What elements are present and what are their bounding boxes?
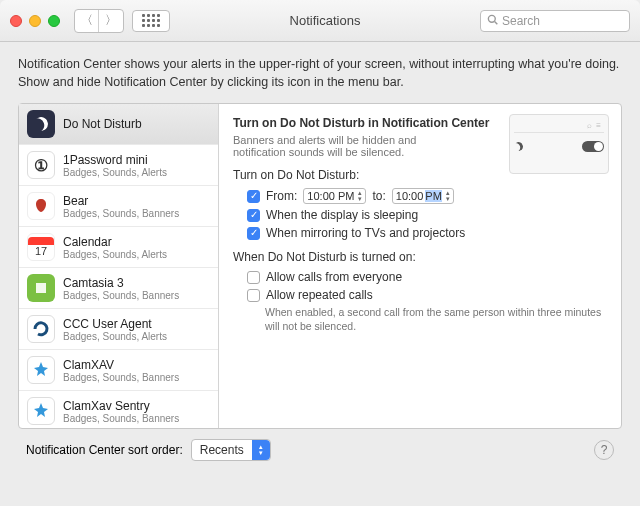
- option-hint: When enabled, a second call from the sam…: [265, 306, 607, 333]
- app-icon: ①: [27, 151, 55, 179]
- titlebar: 〈 〉 Notifications Search: [0, 0, 640, 42]
- sort-order-select[interactable]: Recents ▴▾: [191, 439, 271, 461]
- svg-rect-2: [36, 283, 46, 293]
- app-icon: [27, 192, 55, 220]
- sidebar-item-label: ClamXAV: [63, 358, 179, 372]
- window-title: Notifications: [178, 13, 472, 28]
- app-icon: 17: [27, 233, 55, 261]
- search-icon: ⌕: [587, 121, 592, 130]
- svg-line-1: [495, 21, 498, 24]
- stepper-icon[interactable]: ▴▾: [358, 190, 362, 202]
- search-icon: [487, 14, 498, 28]
- sidebar-item-sub: Badges, Sounds, Alerts: [63, 331, 167, 342]
- sidebar-item-label: CCC User Agent: [63, 317, 167, 331]
- sidebar-item-label: Do Not Disturb: [63, 117, 142, 131]
- from-label: From:: [266, 189, 297, 203]
- help-button[interactable]: ?: [594, 440, 614, 460]
- sidebar-item-sub: Badges, Sounds, Alerts: [63, 167, 167, 178]
- sidebar-item-sub: Badges, Sounds, Banners: [63, 208, 179, 219]
- chevron-updown-icon: ▴▾: [252, 440, 270, 460]
- minimize-button[interactable]: [29, 15, 41, 27]
- sidebar-item-clamxav-sentry[interactable]: ClamXav SentryBadges, Sounds, Banners: [19, 391, 218, 428]
- back-button[interactable]: 〈: [75, 10, 99, 32]
- sidebar-item-sub: Badges, Sounds, Banners: [63, 290, 179, 301]
- select-value: Recents: [192, 443, 252, 457]
- option-label: Allow calls from everyone: [266, 270, 402, 284]
- option-label: When mirroring to TVs and projectors: [266, 226, 465, 240]
- sidebar-item-1password[interactable]: ① 1Password miniBadges, Sounds, Alerts: [19, 145, 218, 186]
- app-icon: [27, 274, 55, 302]
- sidebar-item-label: 1Password mini: [63, 153, 167, 167]
- allow-repeated-checkbox[interactable]: [247, 289, 260, 302]
- app-icon: [27, 397, 55, 425]
- app-list[interactable]: Do Not Disturb ① 1Password miniBadges, S…: [19, 104, 219, 428]
- moon-icon: [514, 142, 523, 151]
- sidebar-item-label: Camtasia 3: [63, 276, 179, 290]
- nav-back-forward: 〈 〉: [74, 9, 124, 33]
- show-all-button[interactable]: [132, 10, 170, 32]
- detail-subheader: Banners and alerts will be hidden and no…: [233, 134, 443, 158]
- sidebar-item-bear[interactable]: BearBadges, Sounds, Banners: [19, 186, 218, 227]
- window-controls: [10, 15, 60, 27]
- footer: Notification Center sort order: Recents …: [18, 429, 622, 461]
- sidebar-item-calendar[interactable]: 17 CalendarBadges, Sounds, Alerts: [19, 227, 218, 268]
- sidebar-item-sub: Badges, Sounds, Alerts: [63, 249, 167, 260]
- app-icon: [27, 315, 55, 343]
- search-placeholder: Search: [502, 14, 540, 28]
- section-title: When Do Not Disturb is turned on:: [233, 250, 607, 264]
- svg-point-0: [488, 15, 495, 22]
- sidebar-item-dnd[interactable]: Do Not Disturb: [19, 104, 218, 145]
- sleep-checkbox[interactable]: [247, 209, 260, 222]
- sidebar-item-clamxav[interactable]: ClamXAVBadges, Sounds, Banners: [19, 350, 218, 391]
- from-checkbox[interactable]: [247, 190, 260, 203]
- allow-calls-checkbox[interactable]: [247, 271, 260, 284]
- sidebar-item-label: Calendar: [63, 235, 167, 249]
- main-panel: Do Not Disturb ① 1Password miniBadges, S…: [18, 103, 622, 429]
- toggle-icon: [582, 141, 604, 152]
- app-icon: [27, 356, 55, 384]
- detail-pane: ⌕≡ Turn on Do Not Disturb in Notificatio…: [219, 104, 621, 428]
- to-time-field[interactable]: 10:00 PM▴▾: [392, 188, 454, 204]
- from-time-field[interactable]: 10:00 PM▴▾: [303, 188, 366, 204]
- close-button[interactable]: [10, 15, 22, 27]
- search-field[interactable]: Search: [480, 10, 630, 32]
- grid-icon: [142, 14, 160, 27]
- sidebar-item-label: Bear: [63, 194, 179, 208]
- sidebar-item-sub: Badges, Sounds, Banners: [63, 372, 179, 383]
- forward-button[interactable]: 〉: [99, 10, 123, 32]
- moon-icon: [27, 110, 55, 138]
- sort-label: Notification Center sort order:: [26, 443, 183, 457]
- to-label: to:: [372, 189, 385, 203]
- sidebar-item-label: ClamXav Sentry: [63, 399, 179, 413]
- mirror-checkbox[interactable]: [247, 227, 260, 240]
- preview-graphic: ⌕≡: [509, 114, 609, 174]
- stepper-icon[interactable]: ▴▾: [446, 190, 450, 202]
- description-text: Notification Center shows your alerts in…: [18, 56, 622, 91]
- sidebar-item-sub: Badges, Sounds, Banners: [63, 413, 179, 424]
- sidebar-item-ccc[interactable]: CCC User AgentBadges, Sounds, Alerts: [19, 309, 218, 350]
- option-label: When the display is sleeping: [266, 208, 418, 222]
- sidebar-item-camtasia[interactable]: Camtasia 3Badges, Sounds, Banners: [19, 268, 218, 309]
- option-label: Allow repeated calls: [266, 288, 373, 302]
- maximize-button[interactable]: [48, 15, 60, 27]
